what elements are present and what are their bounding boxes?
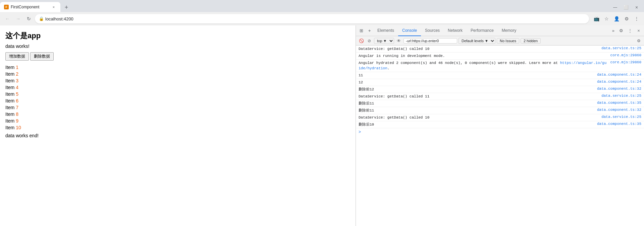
devtools-settings-button[interactable]: ⚙ <box>617 27 625 35</box>
source-link[interactable]: data.component.ts:24 <box>594 73 641 77</box>
item-number: 7 <box>16 105 18 110</box>
item-number: 2 <box>16 71 18 77</box>
cast-button[interactable]: 📺 <box>592 14 601 23</box>
item-number: 8 <box>16 111 18 117</box>
bookmark-button[interactable]: ☆ <box>602 14 611 23</box>
close-window-button[interactable]: × <box>632 3 641 12</box>
no-issues-button[interactable]: No Issues <box>497 38 519 44</box>
lock-icon: 🔒 <box>39 16 44 21</box>
address-text: localhost:4200 <box>45 16 73 21</box>
data-works-label: data works! <box>5 44 350 49</box>
console-log-text: DataService: getData() called 10 <box>359 115 599 120</box>
console-line: Angular hydrated 2 component(s) and 46 n… <box>356 60 644 72</box>
source-link[interactable]: data.component.ts:35 <box>594 122 641 126</box>
console-toolbar: 🚫 ⊘ top ▼ 👁 Default levels ▼ No Issues 2… <box>356 36 644 46</box>
console-line: 删除前11data.component.ts:32 <box>356 107 644 114</box>
console-line: 删除后11data.component.ts:35 <box>356 100 644 107</box>
console-line: Angular is running in development mode.c… <box>356 53 644 60</box>
menu-button[interactable]: ⋮ <box>632 14 641 23</box>
source-link[interactable]: data.service.ts:25 <box>599 94 641 98</box>
profile-button[interactable]: 👤 <box>612 14 621 23</box>
tab-favicon: F <box>4 5 9 9</box>
devtools-toggle-button[interactable]: ⊞ <box>357 27 365 35</box>
devtools-inspect-button[interactable]: ⌖ <box>365 27 373 35</box>
hidden-count-badge: 2 hidden <box>521 38 541 44</box>
source-link[interactable]: data.service.ts:25 <box>599 46 641 50</box>
list-item: Item 7 <box>5 105 350 110</box>
list-item: Item 10 <box>5 125 350 130</box>
console-log-text: Angular is running in development mode. <box>359 53 608 59</box>
url-filter-input[interactable] <box>404 38 457 44</box>
console-line: 删除后10data.component.ts:35 <box>356 121 644 128</box>
source-link[interactable]: data.component.ts:32 <box>594 108 641 112</box>
source-link[interactable]: data.component.ts:32 <box>594 87 641 91</box>
devtools-close-button[interactable]: × <box>635 27 643 35</box>
maximize-button[interactable]: ⬜ <box>621 3 631 12</box>
address-bar[interactable]: 🔒 localhost:4200 <box>35 14 589 23</box>
devtools-more-button[interactable]: ⋮ <box>626 27 634 35</box>
devtools-tabs: ElementsConsoleSourcesNetworkPerformance… <box>373 25 609 36</box>
item-number: 10 <box>16 125 21 130</box>
devtools-settings: ⚙ ⋮ × <box>617 27 643 35</box>
devtools-tab-overflow[interactable]: » <box>609 25 617 36</box>
main-area: 这个是app data works! 增加数据 删除数据 Item 1Item … <box>0 25 644 226</box>
source-link[interactable]: data.component.ts:35 <box>594 101 641 105</box>
eye-button[interactable]: 👁 <box>395 37 402 44</box>
devtools-tab-elements[interactable]: Elements <box>373 25 398 36</box>
devtools-tab-memory[interactable]: Memory <box>498 25 520 36</box>
console-line: 11data.component.ts:24 <box>356 72 644 79</box>
list-item: Item 1 <box>5 65 350 70</box>
browser-tab-active[interactable]: F FirstComponent × <box>0 2 60 12</box>
list-item: Item 9 <box>5 118 350 124</box>
console-log-text: DataService: getData() called 10 <box>359 46 599 52</box>
console-log-text: 12 <box>359 80 594 85</box>
minimize-button[interactable]: — <box>610 3 620 12</box>
add-data-button[interactable]: 增加数据 <box>5 52 29 61</box>
console-log-text: 删除后11 <box>359 101 594 106</box>
devtools-toolbar: ⊞ ⌖ ElementsConsoleSourcesNetworkPerform… <box>356 25 644 36</box>
console-log-text: 删除后10 <box>359 122 594 127</box>
devtools-tab-performance[interactable]: Performance <box>467 25 498 36</box>
console-clear-button[interactable]: 🚫 <box>358 37 365 44</box>
app-title: 这个是app <box>5 31 350 41</box>
forward-button[interactable]: → <box>13 14 23 23</box>
list-item: Item 3 <box>5 78 350 83</box>
source-link[interactable]: data.service.ts:25 <box>599 115 641 119</box>
reload-button[interactable]: ↻ <box>24 14 34 23</box>
tab-title: FirstComponent <box>11 5 48 9</box>
item-number: 5 <box>16 91 18 97</box>
new-tab-button[interactable]: + <box>62 3 71 12</box>
console-link[interactable]: https://angular.io/guide/hydration <box>359 61 606 70</box>
console-log-text: Angular hydrated 2 component(s) and 46 n… <box>359 60 608 71</box>
item-number: 9 <box>16 118 18 124</box>
context-select[interactable]: top ▼ <box>374 38 394 44</box>
console-log-text: DataService: getData() called 11 <box>359 94 599 99</box>
list-item: Item 6 <box>5 98 350 103</box>
devtools-tab-sources[interactable]: Sources <box>421 25 444 36</box>
console-line: DataService: getData() called 11data.ser… <box>356 93 644 100</box>
item-number: 3 <box>16 78 18 83</box>
level-select[interactable]: Default levels ▼ <box>459 38 495 44</box>
close-tab-button[interactable]: × <box>51 4 56 10</box>
source-link[interactable]: core.mjs:29860 <box>608 60 641 64</box>
devtools-tab-network[interactable]: Network <box>444 25 467 36</box>
console-log-text: 删除前12 <box>359 87 594 92</box>
item-number: 6 <box>16 98 18 103</box>
devtools-tab-console[interactable]: Console <box>398 25 421 36</box>
list-item: Item 5 <box>5 91 350 97</box>
list-item: Item 4 <box>5 85 350 90</box>
button-row: 增加数据 删除数据 <box>5 52 350 61</box>
window-controls: — ⬜ × <box>610 3 644 12</box>
tab-bar: F FirstComponent × + — ⬜ × <box>0 0 644 12</box>
source-link[interactable]: data.component.ts:24 <box>594 80 641 84</box>
console-filter-button[interactable]: ⊘ <box>366 37 373 44</box>
list-item: Item 8 <box>5 111 350 117</box>
source-link[interactable]: core.mjs:29860 <box>608 53 641 57</box>
back-button[interactable]: ← <box>3 14 12 23</box>
extensions-button[interactable]: ⚙ <box>622 14 631 23</box>
data-works-end-label: data works end! <box>5 133 350 138</box>
console-log-text: 11 <box>359 73 594 78</box>
devtools-panel: ⊞ ⌖ ElementsConsoleSourcesNetworkPerform… <box>356 25 644 226</box>
delete-data-button[interactable]: 删除数据 <box>30 52 54 61</box>
console-settings-button[interactable]: ⚙ <box>635 37 642 44</box>
